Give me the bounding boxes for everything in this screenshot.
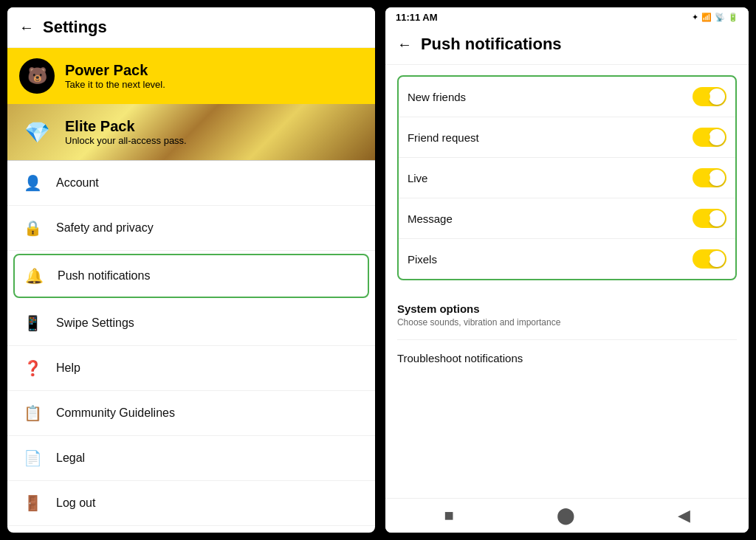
toggle-switch-pixels[interactable] (693, 249, 726, 269)
system-options-row[interactable]: System options Choose sounds, vibration … (397, 291, 737, 340)
toggle-switch-message[interactable] (693, 209, 726, 228)
back-button-right[interactable]: ← (397, 36, 412, 53)
push-notif-header: ← Push notifications (385, 27, 749, 65)
toggle-switch-live[interactable] (693, 168, 726, 187)
toggle-row-new-friends: New friends (399, 77, 735, 117)
menu-item-safety[interactable]: 🔒 Safety and privacy (7, 206, 375, 251)
toggle-switch-friend-request[interactable] (693, 128, 726, 147)
legal-label: Legal (56, 451, 85, 465)
toggle-row-message: Message (399, 198, 735, 239)
settings-header: ← Settings (7, 7, 375, 48)
nav-back-icon[interactable]: ◀ (678, 506, 690, 525)
toggle-moon-live (698, 172, 710, 184)
menu-item-account[interactable]: 👤 Account (7, 161, 375, 206)
menu-item-community[interactable]: 📋 Community Guidelines (7, 391, 375, 436)
elite-pack-name: Elite Pack (65, 118, 187, 135)
toggle-switch-new-friends[interactable] (693, 87, 726, 106)
signal-icon: 📡 (715, 13, 725, 22)
swipe-settings-label: Swipe Settings (56, 316, 134, 330)
settings-title: Settings (43, 18, 107, 37)
system-options-title: System options (397, 302, 737, 315)
safety-label: Safety and privacy (56, 221, 154, 235)
toggle-section: New friends Friend request Live Message … (397, 75, 737, 280)
troubleshoot-row[interactable]: Troubleshoot notifications (397, 340, 737, 377)
left-panel: ← Settings 🐻 Power Pack Take it to the n… (7, 7, 375, 533)
menu-item-help[interactable]: ❓ Help (7, 346, 375, 391)
legal-icon: 📄 (22, 448, 43, 468)
menu-item-legal[interactable]: 📄 Legal (7, 436, 375, 481)
right-panel: 11:11 AM ✦ 📶 📡 🔋 ← Push notifications Ne… (385, 7, 749, 533)
battery-icon: 🔋 (728, 13, 738, 22)
toggle-moon-pixels (698, 253, 710, 265)
swipe-settings-icon: 📱 (22, 313, 43, 333)
nav-circle-icon[interactable]: ⬤ (557, 506, 575, 525)
toggle-moon-message (698, 212, 710, 224)
status-time: 11:11 AM (396, 12, 438, 23)
community-label: Community Guidelines (56, 406, 175, 420)
power-pack-subtitle: Take it to the next level. (65, 79, 165, 90)
wifi-icon: 📶 (701, 13, 712, 22)
help-label: Help (56, 361, 80, 375)
power-pack-text: Power Pack Take it to the next level. (65, 62, 165, 90)
push-notif-title: Push notifications (421, 35, 562, 54)
status-icons: ✦ 📶 📡 🔋 (692, 13, 738, 22)
menu-item-logout[interactable]: 🚪 Log out (7, 481, 375, 526)
toggle-moon-friend-request (698, 131, 710, 143)
power-pack-icon: 🐻 (19, 58, 55, 94)
back-button-left[interactable]: ← (19, 19, 34, 36)
nav-square-icon[interactable]: ■ (444, 506, 453, 525)
toggle-label-new-friends: New friends (408, 91, 466, 103)
troubleshoot-label: Troubleshoot notifications (397, 352, 523, 364)
elite-pack-text: Elite Pack Unlock your all-access pass. (65, 118, 187, 146)
toggle-moon-new-friends (698, 91, 710, 103)
bottom-nav: ■ ⬤ ◀ (385, 498, 749, 533)
status-bar: 11:11 AM ✦ 📶 📡 🔋 (385, 7, 749, 27)
elite-pack-subtitle: Unlock your all-access pass. (65, 135, 187, 146)
power-pack-banner[interactable]: 🐻 Power Pack Take it to the next level. (7, 48, 375, 104)
account-icon: 👤 (22, 173, 43, 193)
bluetooth-icon: ✦ (692, 13, 698, 22)
toggle-label-pixels: Pixels (408, 253, 437, 266)
menu-item-push-notifications[interactable]: 🔔 Push notifications (13, 254, 369, 298)
menu-item-delete[interactable]: 🗑️ Delete account (7, 526, 375, 533)
push-notifications-icon: 🔔 (24, 266, 44, 286)
safety-icon: 🔒 (22, 218, 43, 238)
power-pack-name: Power Pack (65, 62, 165, 79)
help-icon: ❓ (22, 358, 43, 378)
toggle-label-message: Message (408, 212, 453, 225)
community-icon: 📋 (22, 403, 43, 423)
elite-pack-banner[interactable]: 💎 Elite Pack Unlock your all-access pass… (7, 104, 375, 161)
account-label: Account (56, 176, 99, 190)
push-notifications-label: Push notifications (58, 269, 150, 283)
toggle-label-live: Live (408, 172, 428, 184)
toggle-row-friend-request: Friend request (399, 117, 735, 158)
menu-item-swipe-settings[interactable]: 📱 Swipe Settings (7, 301, 375, 346)
toggle-row-pixels: Pixels (399, 239, 735, 279)
menu-list: 👤 Account 🔒 Safety and privacy 🔔 Push no… (7, 161, 375, 533)
toggle-label-friend-request: Friend request (408, 131, 479, 144)
system-options-subtitle: Choose sounds, vibration and importance (397, 317, 737, 328)
logout-label: Log out (56, 496, 95, 510)
toggle-row-live: Live (399, 158, 735, 198)
logout-icon: 🚪 (22, 493, 43, 513)
notif-content: New friends Friend request Live Message … (385, 65, 749, 498)
elite-pack-icon: 💎 (19, 114, 55, 150)
